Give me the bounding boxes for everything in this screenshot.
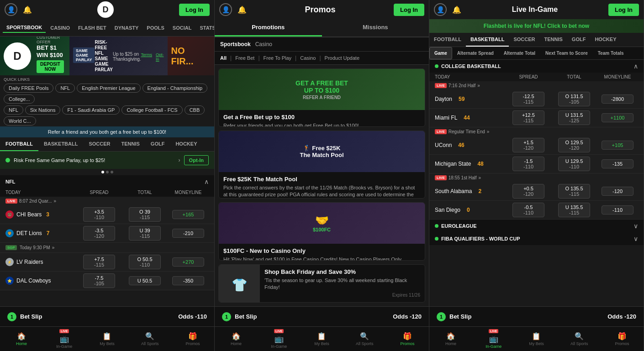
- det-ml-btn[interactable]: -210: [172, 229, 204, 238]
- southal-expand[interactable]: »: [479, 175, 481, 180]
- dayton-total-btn[interactable]: O 131.5 -105: [558, 92, 590, 106]
- det-total-btn[interactable]: U 39 -115: [129, 226, 161, 241]
- quick-link-six-nations[interactable]: Six Nations: [25, 105, 61, 115]
- boost-banner[interactable]: Risk Free Same Game Parlay, up to $25! ›…: [0, 152, 214, 169]
- nav-tab-promos-2[interactable]: 🎁 Promos: [386, 327, 429, 351]
- quick-link-college[interactable]: College...: [4, 94, 35, 104]
- tab-promotions[interactable]: Promotions: [215, 19, 322, 37]
- dayton-spread-btn[interactable]: -12.5 -115: [512, 92, 544, 106]
- dal-ml-btn[interactable]: -350: [172, 276, 204, 285]
- chi-spread-btn[interactable]: +3.5 -110: [83, 207, 115, 222]
- quick-link-world[interactable]: World C...: [4, 116, 36, 126]
- live-sport-football[interactable]: FOOTBALL: [429, 33, 466, 47]
- nav-sportsbook[interactable]: SPORTSBOOK: [3, 23, 46, 33]
- promo-deposit-card[interactable]: D NEW CUSTOMER OFFER BET $1WIN $100 DEPO…: [0, 37, 69, 75]
- sandiego-spread-btn[interactable]: -0.5 -110: [512, 203, 544, 217]
- sport-tab-golf[interactable]: GOLF: [145, 137, 170, 151]
- dayton-ml-btn[interactable]: -2800: [602, 94, 633, 104]
- chi-total-btn[interactable]: O 39 -115: [129, 207, 161, 222]
- filter-freebet[interactable]: Free Bet: [235, 54, 254, 62]
- southal-spread-btn[interactable]: +0.5 -120: [512, 184, 544, 199]
- quick-link-nfl-2[interactable]: NFL: [4, 105, 23, 115]
- nav-flashbet[interactable]: FLASH BET: [74, 23, 110, 32]
- opt-in-button[interactable]: Opt-In: [184, 155, 209, 165]
- quick-link-championship[interactable]: England - Championship: [143, 84, 207, 93]
- uconn-expand[interactable]: »: [487, 129, 490, 134]
- nav-tab-promos-1[interactable]: 🎁 Promos: [171, 327, 214, 351]
- subtab-sportsbook[interactable]: Sportsbook: [220, 40, 251, 48]
- nav-tab-promos-3[interactable]: 🎁 Promos: [601, 327, 644, 351]
- quick-link-cbb[interactable]: CBB: [185, 105, 205, 115]
- subtab-teamtotals[interactable]: Team Totals: [593, 47, 629, 59]
- profile-icon-2[interactable]: 👤: [219, 3, 232, 16]
- chi-ml-btn[interactable]: +165: [172, 210, 204, 219]
- bet-slip-bar-1[interactable]: 1 Bet Slip Odds -110: [0, 306, 214, 326]
- nav-tab-mybets-3[interactable]: 📋 My Bets: [515, 327, 558, 351]
- terms-link-2[interactable]: Terms: [141, 52, 153, 62]
- tab-missions[interactable]: Missions: [322, 19, 429, 37]
- login-button-1[interactable]: Log In: [179, 4, 210, 16]
- profile-icon-3[interactable]: 👤: [434, 3, 447, 16]
- nav-tab-home-2[interactable]: 🏠 Home: [215, 327, 258, 351]
- nav-statshub[interactable]: STATS HUB: [196, 23, 214, 32]
- subtab-game[interactable]: Game: [429, 47, 452, 59]
- bell-icon-3[interactable]: 🔔: [452, 5, 461, 14]
- nav-pools[interactable]: POOLS: [143, 23, 168, 32]
- dal-total-btn[interactable]: U 50.5: [129, 276, 161, 285]
- nav-tab-mybets-2[interactable]: 📋 My Bets: [301, 327, 343, 351]
- bell-icon-2[interactable]: 🔔: [238, 5, 247, 14]
- quick-link-cffcs[interactable]: College Football - FCS: [121, 105, 182, 115]
- michiganst-total-btn[interactable]: U 129.5 -110: [558, 157, 590, 171]
- lv-spread-btn[interactable]: +7.5 -115: [83, 255, 115, 269]
- subtab-casino[interactable]: Casino: [255, 40, 272, 48]
- promo-fire-card[interactable]: NOFIR...: [168, 37, 214, 75]
- uconn-total-btn[interactable]: O 129.5 -120: [558, 138, 590, 152]
- dal-spread-btn[interactable]: -7.5 -105: [83, 273, 115, 288]
- live-sport-tennis[interactable]: TENNIS: [540, 33, 567, 47]
- nav-tab-allsports-2[interactable]: 🔍 All Sports: [343, 327, 386, 351]
- fiba-header[interactable]: FIBA QUALIFIERS - WORLD CUP ∨: [429, 232, 644, 245]
- sport-tab-basketball[interactable]: BASKETBALL: [38, 137, 84, 151]
- expand-arrow-1[interactable]: »: [54, 199, 57, 204]
- filter-freetplay[interactable]: Free To Play: [264, 54, 292, 62]
- profile-icon[interactable]: 👤: [5, 3, 17, 16]
- nav-tab-ingame-3[interactable]: LIVE 📺 In-Game: [472, 327, 515, 351]
- southal-total-btn[interactable]: O 135.5 -115: [558, 184, 590, 199]
- subtab-altspread[interactable]: Alternate Spread: [452, 47, 499, 59]
- nav-tab-allsports-3[interactable]: 🔍 All Sports: [558, 327, 601, 351]
- quick-link-daily-pools[interactable]: Daily FREE Pools: [4, 84, 53, 93]
- uconn-spread-btn[interactable]: +1.5 -120: [512, 138, 544, 152]
- nav-dynasty[interactable]: DYNASTY: [111, 23, 143, 32]
- sport-tab-soccer[interactable]: SOCCER: [83, 137, 116, 151]
- subtab-alttotal[interactable]: Alternate Total: [499, 47, 540, 59]
- bet-slip-bar-2[interactable]: 1 Bet Slip Odds -120: [215, 306, 429, 326]
- bet-slip-bar-3[interactable]: 1 Bet Slip Odds -120: [429, 306, 644, 326]
- nav-tab-home-1[interactable]: 🏠 Home: [0, 327, 43, 351]
- filter-all[interactable]: All: [220, 54, 227, 62]
- sport-tab-football[interactable]: FOOTBALL: [0, 137, 38, 151]
- quick-link-epl[interactable]: English Premier League: [77, 84, 140, 93]
- filter-product[interactable]: Product Update: [325, 54, 359, 62]
- promo-nfl-card[interactable]: SAME GAME PARLAY RISK-FREE NFLSAME GAME …: [69, 37, 168, 75]
- deposit-now-button[interactable]: DEPOSIT NOW: [37, 60, 64, 73]
- michiganst-ml-btn[interactable]: -135: [602, 159, 633, 168]
- referral-banner[interactable]: Refer a friend and you both get a free b…: [0, 126, 214, 137]
- subtab-nextscore[interactable]: Next Team to Score: [540, 47, 593, 59]
- nav-tab-home-3[interactable]: 🏠 Home: [429, 327, 472, 351]
- dayton-expand[interactable]: »: [477, 83, 480, 88]
- flashbet-banner[interactable]: Flashbet is live for NFL! Click to bet n…: [429, 19, 644, 33]
- nav-tab-ingame-2[interactable]: LIVE 📺 In-Game: [258, 327, 301, 351]
- live-sport-golf[interactable]: GOLF: [567, 33, 591, 47]
- login-button-3[interactable]: Log In: [608, 4, 639, 16]
- login-button-2[interactable]: Log In: [394, 4, 424, 16]
- nav-social[interactable]: SOCIAL: [169, 23, 195, 32]
- opt-in-link-1[interactable]: Opt-In: [156, 52, 164, 62]
- euroleague-header[interactable]: EUROLEAGUE ∨: [429, 220, 644, 232]
- quick-link-nfl-1[interactable]: NFL: [55, 84, 75, 93]
- nav-tab-mybets-1[interactable]: 📋 My Bets: [86, 327, 129, 351]
- miamifl-spread-btn[interactable]: +12.5 -115: [512, 110, 544, 125]
- nav-tab-allsports-1[interactable]: 🔍 All Sports: [128, 327, 171, 351]
- miamifl-total-btn[interactable]: U 131.5 -125: [558, 110, 590, 125]
- southal-ml-btn[interactable]: -120: [602, 187, 633, 196]
- cbb-league-header[interactable]: COLLEGE BASKETBALL ∧: [429, 60, 644, 73]
